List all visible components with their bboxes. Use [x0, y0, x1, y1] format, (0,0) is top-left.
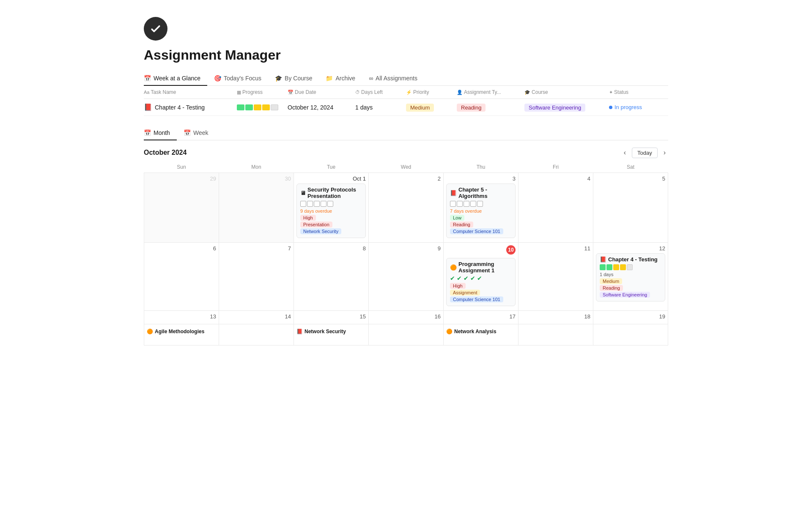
tab-by-course[interactable]: 🎓 By Course — [268, 71, 319, 86]
col-header-progress: ▦ Progress — [237, 89, 288, 95]
calendar-cell-bot-wed[interactable] — [369, 324, 444, 345]
badge-presentation: Presentation — [300, 222, 332, 227]
badge-reading-ch5: Reading — [450, 222, 473, 227]
badge-high: High — [300, 215, 316, 221]
tab-week-at-a-glance[interactable]: 📅 Week at a Glance — [144, 71, 207, 86]
page-container: Assignment Manager 📅 Week at a Glance 🎯 … — [110, 0, 702, 362]
col-header-status: ✦ Status — [609, 89, 677, 95]
weekday-wed: Wed — [369, 162, 444, 173]
calendar-cell-bot-fri[interactable] — [518, 324, 593, 345]
calendar-cell-oct14[interactable]: 14 — [219, 311, 294, 324]
calendar-today-btn[interactable]: Today — [632, 148, 658, 158]
calendar-next-btn[interactable]: › — [661, 147, 668, 158]
calendar-grid: Sun Mon Tue Wed Thu Fri Sat 29 30 — [144, 162, 668, 345]
day-number-15: 15 — [296, 313, 366, 320]
calendar-cell-bot-sun[interactable]: 🟠 Agile Methodologies — [144, 324, 219, 345]
progress-bar-3 — [254, 104, 261, 110]
calendar-cell-sep29[interactable]: 29 — [144, 173, 219, 243]
calendar-cell-oct9[interactable]: 9 — [369, 243, 444, 311]
calendar-row-bottom: 🟠 Agile Methodologies 📕 Network Security — [144, 324, 668, 345]
calendar-cell-oct2[interactable]: 2 — [369, 173, 444, 243]
calendar-cell-oct3[interactable]: 3 📕 Chapter 5 - Algorithms — [444, 173, 518, 243]
event-chapter5[interactable]: 📕 Chapter 5 - Algorithms 7 days overdue — [446, 184, 516, 238]
overdue-text: 9 days overdue — [300, 208, 362, 214]
col-header-task: Aa Task Name — [144, 89, 237, 95]
course-badge: Software Engineering — [524, 104, 585, 112]
calendar-cell-oct18[interactable]: 18 — [518, 311, 593, 324]
sub-tab-nav: 📅 Month 📅 Week — [144, 126, 668, 140]
day-number-13: 13 — [147, 313, 216, 320]
days-left-cell: 1 days — [355, 104, 406, 111]
calendar-header: October 2024 ‹ Today › — [144, 140, 668, 162]
event-days-ch4: 1 days — [600, 272, 661, 277]
type-cell: Reading — [457, 104, 524, 111]
calendar-cell-oct8[interactable]: 8 — [294, 243, 369, 311]
calendar-cell-oct6[interactable]: 6 — [144, 243, 219, 311]
calendar-cell-oct5[interactable]: 5 — [593, 173, 668, 243]
icon-na-orange: 🟠 — [446, 329, 453, 334]
event-icon-orange-dot: 🟠 — [450, 264, 457, 271]
calendar-cell-oct1[interactable]: Oct 1 🖥 Security Protocols Presentation — [294, 173, 369, 243]
event-progress-ch4 — [600, 264, 661, 270]
day-number-today: 10 — [506, 245, 516, 255]
week-calendar-icon: 📅 — [184, 129, 191, 136]
calendar-cell-oct11[interactable]: 11 — [518, 243, 593, 311]
calendar-cell-oct4[interactable]: 4 — [518, 173, 593, 243]
event-progress-ch5 — [450, 201, 512, 207]
calendar-cell-oct12[interactable]: 12 📕 Chapter 4 - Testing — [593, 243, 668, 311]
progress-cell — [237, 104, 288, 110]
calendar-nav: ‹ Today › — [621, 147, 668, 158]
event-programming-assignment[interactable]: 🟠 Programming Assignment 1 ✔ ✔ ✔ ✔ ✔ — [446, 258, 516, 306]
event-icon-monitor: 🖥 — [300, 190, 306, 196]
calendar-prev-btn[interactable]: ‹ — [621, 147, 628, 158]
tab-todays-focus[interactable]: 🎯 Today's Focus — [207, 71, 268, 86]
day-number-7: 7 — [222, 245, 291, 252]
day-number-29: 29 — [147, 175, 216, 182]
calendar-cell-oct13[interactable]: 13 — [144, 311, 219, 324]
event-icon-book-ch5: 📕 — [450, 190, 457, 196]
calendar-cell-oct16[interactable]: 16 — [369, 311, 444, 324]
progress-bar-5 — [271, 104, 278, 110]
badge-low-ch5: Low — [450, 215, 464, 221]
calendar-row-3: 13 14 15 16 17 18 — [144, 311, 668, 324]
course-cell: Software Engineering — [524, 104, 609, 111]
day-number-oct1: Oct 1 — [296, 175, 366, 182]
calendar-cell-oct10[interactable]: 10 🟠 Programming Assignment 1 ✔ ✔ ✔ — [444, 243, 518, 311]
event-chapter4-testing[interactable]: 📕 Chapter 4 - Testing 1 days — [596, 253, 665, 301]
archive-icon: 📁 — [326, 75, 333, 82]
day-number-17: 17 — [446, 313, 516, 320]
day-number-8: 8 — [296, 245, 366, 252]
table-row[interactable]: 📕 Chapter 4 - Testing October 12, 2024 1… — [144, 99, 668, 116]
col-header-days: ⏱ Days Left — [355, 89, 406, 95]
event-security-protocols[interactable]: 🖥 Security Protocols Presentation 9 day — [296, 184, 366, 238]
icon-ns-book: 📕 — [296, 329, 303, 334]
weekday-mon: Mon — [219, 162, 294, 173]
day-number-6: 6 — [147, 245, 216, 252]
day-number-5: 5 — [596, 175, 665, 182]
sub-tab-month[interactable]: 📅 Month — [144, 126, 177, 140]
calendar-cell-bot-mon[interactable] — [219, 324, 294, 345]
tab-all-assignments[interactable]: ∞ All Assignments — [362, 71, 424, 86]
day-number-30: 30 — [222, 175, 291, 182]
calendar-row-2: 6 7 8 9 10 — [144, 243, 668, 311]
calendar-cell-oct15[interactable]: 15 — [294, 311, 369, 324]
sub-tab-week[interactable]: 📅 Week — [177, 126, 215, 140]
tab-archive[interactable]: 📁 Archive — [319, 71, 362, 86]
calendar-cell-oct19[interactable]: 19 — [593, 311, 668, 324]
calendar-cell-bot-thu[interactable]: 🟠 Network Analysis — [444, 324, 518, 345]
badge-cs-pa1: Computer Science 101 — [450, 296, 503, 302]
progress-bars — [237, 104, 288, 110]
table-header: Aa Task Name ▦ Progress 📅 Due Date ⏱ Day… — [144, 86, 668, 99]
graduation-icon: 🎓 — [275, 75, 282, 82]
icon-agile-orange: 🟠 — [147, 329, 153, 334]
calendar-cell-bot-sat[interactable] — [593, 324, 668, 345]
status-badge: In progress — [609, 104, 677, 110]
calendar-cell-oct17[interactable]: 17 — [444, 311, 518, 324]
calendar-cell-bot-tue[interactable]: 📕 Network Security — [294, 324, 369, 345]
badge-se-ch4: Software Engineering — [600, 292, 650, 298]
calendar-cell-oct7[interactable]: 7 — [219, 243, 294, 311]
calendar-cell-sep30[interactable]: 30 — [219, 173, 294, 243]
event-icon-book-ch4: 📕 — [600, 256, 606, 263]
badge-assignment-pa1: Assignment — [450, 290, 480, 296]
assignments-table: Aa Task Name ▦ Progress 📅 Due Date ⏱ Day… — [144, 86, 668, 116]
